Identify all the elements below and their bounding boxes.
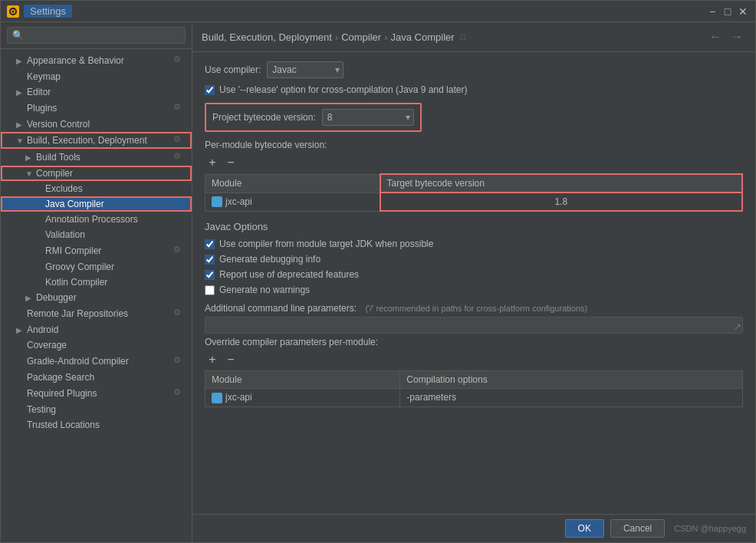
module-icon [212,196,222,207]
override-table-toolbar: + − [205,352,743,367]
expand-icon: ▼ [16,137,25,145]
watermark: CSDN @happyegg [674,524,746,533]
sidebar-item-compiler[interactable]: ▼ Compiler [1,166,192,181]
override-table-row: jxc-api -parameters [205,389,743,407]
nav-arrows: ← → [706,28,746,45]
expand-icon: ▶ [16,326,25,334]
svg-point-1 [12,10,15,12]
override-module-icon [212,393,222,403]
additional-params-input[interactable] [205,317,743,334]
sidebar-item-excludes[interactable]: Excludes [1,181,192,196]
override-module-cell: jxc-api [205,389,400,407]
gear-icon: ⚙ [173,102,186,114]
ok-button[interactable]: OK [565,519,604,538]
override-remove-button[interactable]: − [223,352,238,367]
sidebar-item-remote-jar[interactable]: Remote Jar Repositories ⚙ [1,305,192,322]
maximize-button[interactable]: □ [721,5,734,18]
right-panel: Build, Execution, Deployment › Compiler … [192,22,755,542]
sidebar-item-annotation[interactable]: Annotation Processors [1,212,192,227]
override-label: Override compiler parameters per-module: [205,337,743,347]
breadcrumb-part3: Java Compiler [391,31,455,43]
additional-params-input-wrapper: ↗ [205,317,743,334]
javac-options-section: Javac Options Use compiler from module t… [205,221,743,295]
search-box [1,22,192,49]
sidebar-item-appearance[interactable]: ▶ Appearance & Behavior ⚙ [1,52,192,69]
module-col-header: Module [205,174,380,193]
sidebar-item-build-tools[interactable]: ▶ Build Tools ⚙ [1,149,192,166]
target-bytecode-cell: 1.8 [380,193,742,211]
module-remove-button[interactable]: − [223,155,238,170]
breadcrumb-part2: Compiler [341,31,381,43]
sidebar-item-label: Keymap [27,71,186,82]
sidebar-item-label: Required Plugins [27,388,173,399]
sidebar-item-debugger[interactable]: ▶ Debugger [1,290,192,305]
sidebar-item-rmi-compiler[interactable]: RMI Compiler ⚙ [1,242,192,259]
expand-icon: ▶ [25,294,35,302]
override-compilation-col-header: Compilation options [400,371,743,389]
panel-body: Use compiler: Javac Eclipse Ajc Use '--r… [192,52,755,514]
expand-icon: ▶ [16,88,25,97]
expand-icon: ▶ [25,153,35,162]
sidebar-item-version-control[interactable]: ▶ Version Control [1,117,192,132]
module-add-button[interactable]: + [205,155,220,170]
sidebar-item-plugins[interactable]: Plugins ⚙ [1,100,192,117]
bytecode-select-wrapper: 8 11 17 [322,109,414,126]
main-content: ▶ Appearance & Behavior ⚙ Keymap ▶ Edito… [1,22,755,542]
gear-icon: ⚙ [173,134,186,146]
sidebar-item-label: Gradle-Android Compiler [27,356,173,367]
forward-button[interactable]: → [728,28,746,45]
back-button[interactable]: ← [706,28,725,45]
cancel-button[interactable]: Cancel [610,519,665,538]
bytecode-version-select[interactable]: 8 11 17 [322,109,414,126]
sidebar-item-package-search[interactable]: Package Search [1,370,192,385]
per-module-section: Per-module bytecode version: + − Module … [205,140,743,212]
expand-input-button[interactable]: ↗ [734,321,741,332]
sidebar-item-android[interactable]: ▶ Android [1,322,192,337]
sidebar-item-groovy-compiler[interactable]: Groovy Compiler [1,259,192,275]
sidebar-item-label: Appearance & Behavior [27,55,173,66]
override-section: Override compiler parameters per-module:… [205,337,743,407]
table-row: jxc-api 1.8 [205,193,743,211]
sidebar-item-editor[interactable]: ▶ Editor [1,84,192,100]
additional-params-section: Additional command line parameters: ('/'… [205,303,743,334]
close-button[interactable]: ✕ [737,5,749,18]
settings-window: Settings − □ ✕ ▶ Appearance & Behavior ⚙ [0,0,756,543]
report-deprecated-label: Report use of deprecated features [219,269,359,280]
sidebar: ▶ Appearance & Behavior ⚙ Keymap ▶ Edito… [1,22,192,542]
target-bytecode-col-header: Target bytecode version [380,174,742,193]
minimize-button[interactable]: − [706,5,718,18]
nav-tree: ▶ Appearance & Behavior ⚙ Keymap ▶ Edito… [1,49,192,542]
use-module-checkbox[interactable] [205,239,215,249]
sidebar-item-build-execution[interactable]: ▼ Build, Execution, Deployment ⚙ [1,132,192,149]
release-option-checkbox[interactable] [205,85,215,95]
search-input[interactable] [7,27,186,44]
sidebar-item-trusted-locations[interactable]: Trusted Locations [1,417,192,433]
sidebar-item-testing[interactable]: Testing [1,402,192,417]
module-table-toolbar: + − [205,155,743,170]
sidebar-item-validation[interactable]: Validation [1,227,192,242]
sidebar-item-java-compiler[interactable]: Java Compiler [1,196,192,212]
sidebar-item-label: Remote Jar Repositories [27,308,173,319]
additional-params-label: Additional command line parameters: [205,303,357,314]
no-warnings-checkbox[interactable] [205,285,215,295]
report-deprecated-row: Report use of deprecated features [205,269,743,280]
sidebar-item-gradle-android[interactable]: Gradle-Android Compiler ⚙ [1,353,192,370]
footer: OK Cancel CSDN @happyegg [192,514,755,542]
override-add-button[interactable]: + [205,352,220,367]
sidebar-item-required-plugins[interactable]: Required Plugins ⚙ [1,385,192,402]
use-compiler-row: Use compiler: Javac Eclipse Ajc [205,61,743,78]
bytecode-version-section: Project bytecode version: 8 11 17 [205,103,422,132]
sidebar-item-keymap[interactable]: Keymap [1,69,192,84]
sidebar-item-label: Coverage [27,340,186,350]
generate-debug-checkbox[interactable] [205,255,215,265]
report-deprecated-checkbox[interactable] [205,270,215,280]
generate-debug-row: Generate debugging info [205,254,743,265]
use-compiler-label: Use compiler: [205,64,261,75]
override-compilation-cell: -parameters [400,389,743,407]
breadcrumb-sep2: › [384,31,387,43]
additional-params-header: Additional command line parameters: ('/'… [205,303,743,314]
sidebar-item-label: Package Search [27,372,186,383]
sidebar-item-coverage[interactable]: Coverage [1,337,192,353]
compiler-select[interactable]: Javac Eclipse Ajc [267,61,343,78]
sidebar-item-kotlin-compiler[interactable]: Kotlin Compiler [1,275,192,290]
